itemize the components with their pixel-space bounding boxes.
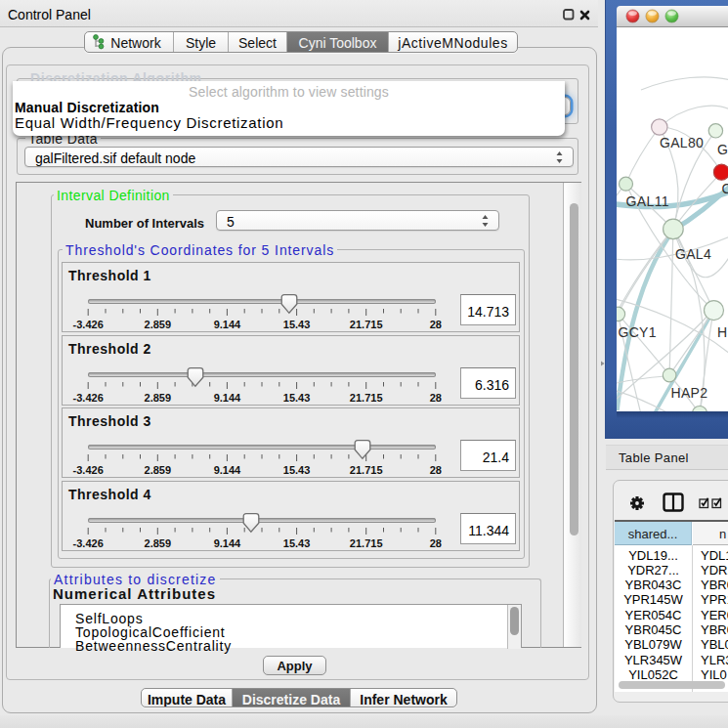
svg-text:GAL4: GAL4	[675, 246, 711, 262]
svg-text:GAL80: GAL80	[660, 135, 704, 150]
svg-text:HAP2: HAP2	[671, 385, 708, 401]
svg-text:H: H	[717, 324, 727, 340]
svg-text:C: C	[722, 181, 728, 196]
svg-text:GCY1: GCY1	[619, 324, 657, 340]
svg-text:G.: G.	[717, 142, 728, 157]
svg-text:GAL11: GAL11	[626, 193, 670, 209]
